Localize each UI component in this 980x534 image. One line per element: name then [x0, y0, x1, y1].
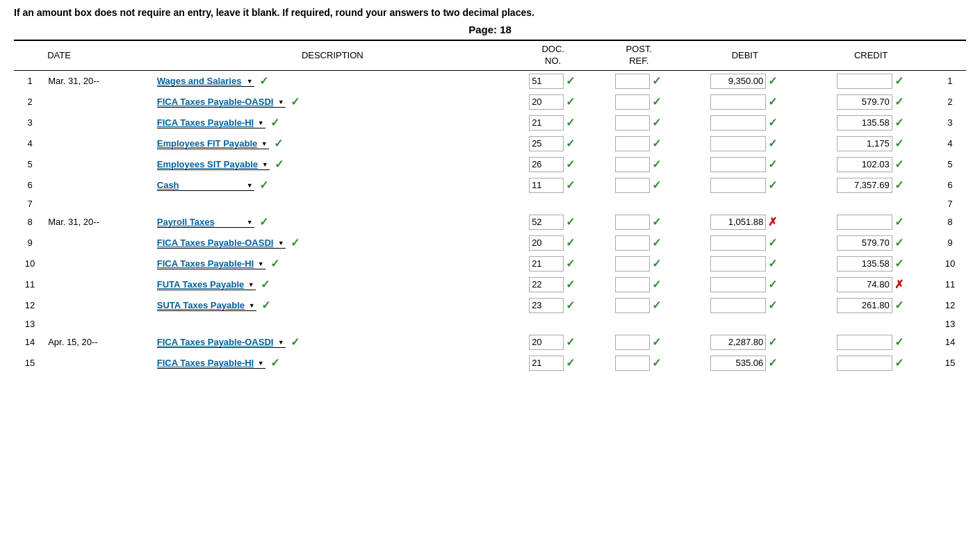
- row-post-14[interactable]: ✓: [596, 332, 682, 353]
- desc-select-8[interactable]: Payroll Taxes: [157, 217, 254, 228]
- desc-select-12[interactable]: SUTA Taxes Payable: [157, 300, 256, 311]
- row-doc-6[interactable]: ✓: [510, 175, 596, 196]
- row-post-6[interactable]: ✓: [596, 175, 682, 196]
- credit-input-3[interactable]: [837, 115, 892, 131]
- row-credit-9[interactable]: ✓: [808, 233, 933, 253]
- desc-dropdown-2[interactable]: FICA Taxes Payable-OASDI: [157, 97, 286, 108]
- desc-dropdown-3[interactable]: FICA Taxes Payable-HI: [157, 117, 266, 128]
- debit-input-5[interactable]: [710, 157, 766, 172]
- credit-input-10[interactable]: [837, 256, 892, 272]
- row-credit-2[interactable]: ✓: [808, 92, 933, 112]
- row-post-1[interactable]: ✓: [596, 70, 682, 92]
- row-credit-1[interactable]: ✓: [808, 70, 933, 92]
- row-doc-5[interactable]: ✓: [510, 154, 596, 175]
- debit-input-6[interactable]: [710, 178, 766, 193]
- credit-input-2[interactable]: [837, 94, 892, 110]
- row-credit-15[interactable]: ✓: [808, 353, 933, 374]
- debit-input-3[interactable]: [710, 115, 766, 131]
- credit-input-14[interactable]: [837, 335, 892, 350]
- row-desc-10[interactable]: FICA Taxes Payable-HI✓: [155, 253, 510, 274]
- row-credit-10[interactable]: ✓: [808, 253, 933, 274]
- desc-dropdown-8[interactable]: Payroll Taxes: [157, 217, 254, 228]
- row-desc-8[interactable]: Payroll Taxes✓: [155, 212, 510, 233]
- doc-input-5[interactable]: [529, 157, 564, 172]
- row-post-12[interactable]: ✓: [596, 295, 682, 316]
- row-desc-11[interactable]: FUTA Taxes Payable✓: [155, 274, 510, 295]
- credit-input-4[interactable]: [837, 136, 892, 151]
- post-input-9[interactable]: [615, 235, 650, 251]
- post-input-10[interactable]: [615, 256, 650, 272]
- debit-input-4[interactable]: [710, 136, 766, 151]
- desc-dropdown-11[interactable]: FUTA Taxes Payable: [157, 279, 256, 290]
- debit-input-9[interactable]: [710, 235, 766, 251]
- row-doc-10[interactable]: ✓: [510, 253, 596, 274]
- post-input-15[interactable]: [615, 356, 650, 371]
- row-post-8[interactable]: ✓: [596, 212, 682, 233]
- doc-input-2[interactable]: [529, 94, 564, 110]
- desc-dropdown-14[interactable]: FICA Taxes Payable-OASDI: [157, 337, 286, 348]
- debit-input-2[interactable]: [710, 94, 766, 110]
- post-input-6[interactable]: [615, 178, 650, 193]
- desc-select-14[interactable]: FICA Taxes Payable-OASDI: [157, 337, 286, 348]
- row-credit-6[interactable]: ✓: [808, 175, 933, 196]
- desc-select-1[interactable]: Wages and Salaries: [157, 76, 254, 87]
- row-debit-11[interactable]: ✓: [682, 274, 808, 295]
- doc-input-6[interactable]: [529, 178, 564, 193]
- credit-input-12[interactable]: [837, 298, 892, 313]
- doc-input-14[interactable]: [529, 335, 564, 350]
- desc-select-15[interactable]: FICA Taxes Payable-HI: [157, 358, 266, 369]
- post-input-11[interactable]: [615, 277, 650, 292]
- row-post-9[interactable]: ✓: [596, 233, 682, 253]
- desc-select-4[interactable]: Employees FIT Payable: [157, 138, 269, 149]
- row-doc-12[interactable]: ✓: [510, 295, 596, 316]
- row-post-11[interactable]: ✓: [596, 274, 682, 295]
- desc-dropdown-6[interactable]: Cash: [157, 180, 254, 191]
- row-doc-3[interactable]: ✓: [510, 112, 596, 133]
- debit-input-1[interactable]: [710, 74, 766, 89]
- post-input-4[interactable]: [615, 136, 650, 151]
- desc-select-9[interactable]: FICA Taxes Payable-OASDI: [157, 237, 286, 249]
- post-input-14[interactable]: [615, 335, 650, 350]
- doc-input-9[interactable]: [529, 235, 564, 251]
- debit-input-8[interactable]: [710, 215, 766, 230]
- desc-select-11[interactable]: FUTA Taxes Payable: [157, 279, 256, 290]
- row-credit-4[interactable]: ✓: [808, 133, 933, 154]
- row-doc-2[interactable]: ✓: [510, 92, 596, 112]
- post-input-1[interactable]: [615, 74, 650, 89]
- row-debit-10[interactable]: ✓: [682, 253, 808, 274]
- debit-input-10[interactable]: [710, 256, 766, 272]
- credit-input-9[interactable]: [837, 235, 892, 251]
- desc-dropdown-12[interactable]: SUTA Taxes Payable: [157, 300, 256, 311]
- desc-select-10[interactable]: FICA Taxes Payable-HI: [157, 258, 266, 269]
- debit-input-14[interactable]: [710, 335, 766, 350]
- credit-input-1[interactable]: [837, 74, 892, 89]
- row-debit-12[interactable]: ✓: [682, 295, 808, 316]
- doc-input-10[interactable]: [529, 256, 564, 272]
- debit-input-11[interactable]: [710, 277, 766, 292]
- row-desc-15[interactable]: FICA Taxes Payable-HI✓: [155, 353, 510, 374]
- row-desc-9[interactable]: FICA Taxes Payable-OASDI✓: [155, 233, 510, 253]
- row-credit-3[interactable]: ✓: [808, 112, 933, 133]
- row-debit-8[interactable]: ✗: [682, 212, 808, 233]
- row-debit-15[interactable]: ✓: [682, 353, 808, 374]
- credit-input-8[interactable]: [837, 215, 892, 230]
- doc-input-12[interactable]: [529, 298, 564, 313]
- row-desc-14[interactable]: FICA Taxes Payable-OASDI✓: [155, 332, 510, 353]
- post-input-2[interactable]: [615, 94, 650, 110]
- row-post-4[interactable]: ✓: [596, 133, 682, 154]
- row-desc-5[interactable]: Employees SIT Payable✓: [155, 154, 510, 175]
- desc-dropdown-4[interactable]: Employees FIT Payable: [157, 138, 269, 149]
- row-post-10[interactable]: ✓: [596, 253, 682, 274]
- desc-dropdown-10[interactable]: FICA Taxes Payable-HI: [157, 258, 266, 269]
- doc-input-15[interactable]: [529, 356, 564, 371]
- credit-input-6[interactable]: [837, 178, 892, 193]
- desc-dropdown-1[interactable]: Wages and Salaries: [157, 76, 254, 87]
- credit-input-5[interactable]: [837, 157, 892, 172]
- desc-select-3[interactable]: FICA Taxes Payable-HI: [157, 117, 266, 128]
- post-input-3[interactable]: [615, 115, 650, 131]
- row-credit-5[interactable]: ✓: [808, 154, 933, 175]
- doc-input-3[interactable]: [529, 115, 564, 131]
- row-desc-6[interactable]: Cash✓: [155, 175, 510, 196]
- row-debit-14[interactable]: ✓: [682, 332, 808, 353]
- debit-input-12[interactable]: [710, 298, 766, 313]
